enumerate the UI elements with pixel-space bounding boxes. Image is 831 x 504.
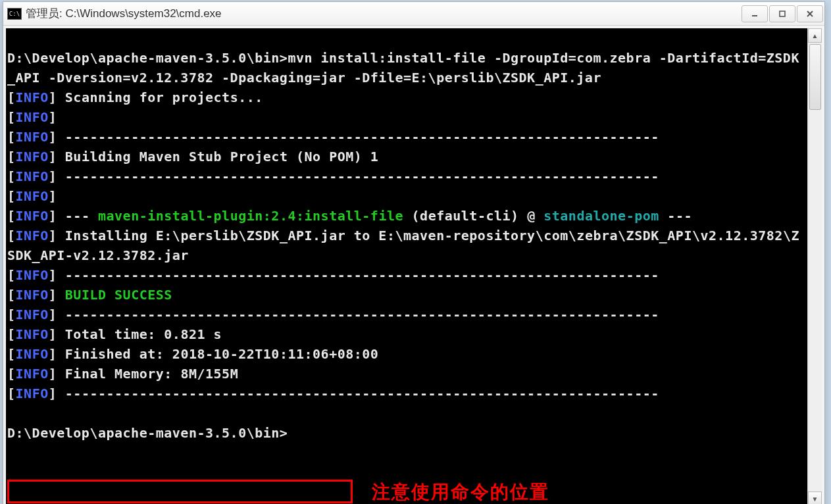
scroll-up-arrow-icon[interactable]: ▲ — [808, 28, 822, 43]
client-area: D:\Develop\apache-maven-3.5.0\bin>mvn in… — [3, 26, 824, 504]
total-time: Total time: 0.821 s — [65, 326, 222, 342]
minimize-button[interactable] — [742, 5, 768, 22]
install-line: Installing E:\perslib\ZSDK_API.jar to E:… — [7, 228, 799, 263]
vertical-scrollbar[interactable]: ▲ ▼ — [807, 28, 822, 504]
blank-line — [7, 405, 16, 421]
final-prompt: D:\Develop\apache-maven-3.5.0\bin> — [7, 425, 288, 441]
cmd-window: C:\ 管理员: C:\Windows\system32\cmd.exe D:\… — [3, 1, 825, 504]
cmd-icon: C:\ — [7, 8, 22, 20]
close-button[interactable] — [797, 5, 823, 22]
finished-at: Finished at: 2018-10-22T10:11:06+08:00 — [65, 346, 379, 362]
build-success: BUILD SUCCESS — [65, 287, 172, 303]
cmd-prompt: D:\Develop\apache-maven-3.5.0\bin> — [7, 50, 288, 66]
annotation-text: 注意使用命令的位置 — [372, 480, 549, 504]
scan-text: Scanning for projects... — [65, 89, 263, 105]
sep-line: ----------------------------------------… — [65, 129, 659, 145]
titlebar[interactable]: C:\ 管理员: C:\Windows\system32\cmd.exe — [3, 2, 824, 26]
build-line: Building Maven Stub Project (No POM) 1 — [65, 149, 379, 164]
console-output[interactable]: D:\Develop\apache-maven-3.5.0\bin>mvn in… — [6, 28, 807, 504]
scroll-thumb[interactable] — [809, 44, 821, 110]
plugin-name: maven-install-plugin:2.4:install-file — [98, 208, 403, 224]
final-memory: Final Memory: 8M/155M — [65, 366, 238, 382]
window-title: 管理员: C:\Windows\system32\cmd.exe — [26, 6, 742, 21]
scroll-down-arrow-icon[interactable]: ▼ — [808, 491, 822, 504]
maximize-button[interactable] — [769, 5, 795, 22]
svg-rect-1 — [780, 11, 785, 16]
blank-line — [7, 30, 16, 46]
project-name: standalone-pom — [543, 208, 659, 224]
info-label: INFO — [16, 89, 49, 105]
